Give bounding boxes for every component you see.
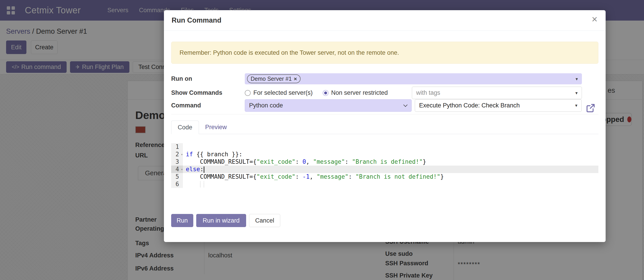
chevron-down-icon bbox=[403, 103, 407, 107]
command-type-select[interactable]: Python code bbox=[245, 99, 412, 112]
radio-selected-icon[interactable] bbox=[323, 90, 328, 96]
server-tag-chip: Demo Server #1 × bbox=[247, 74, 300, 83]
chevron-down-icon: ▾ bbox=[575, 103, 578, 108]
command-row: Command Python code Execute Python Code:… bbox=[171, 102, 598, 114]
tab-preview[interactable]: Preview bbox=[199, 120, 233, 134]
code-editor[interactable]: 12▾if {{ branch }}:3 COMMAND_RESULT={"ex… bbox=[171, 143, 598, 188]
line-number: 6 bbox=[171, 181, 183, 188]
radio-unselected-icon[interactable] bbox=[245, 90, 251, 96]
editor-line: 4▾else: bbox=[171, 166, 598, 173]
editor-tabs: Code Preview bbox=[171, 120, 598, 134]
line-number: 2▾ bbox=[171, 151, 183, 158]
code-line[interactable]: else: bbox=[183, 166, 598, 173]
run-in-wizard-button[interactable]: Run in wizard bbox=[196, 214, 246, 227]
dialog-body: Remember: Python code is executed on the… bbox=[164, 42, 606, 227]
run-button[interactable]: Run bbox=[171, 214, 193, 227]
dialog-header: Run Command × bbox=[164, 10, 606, 31]
run-on-label: Run on bbox=[171, 75, 245, 82]
show-commands-row: Show Commands For selected server(s) Non… bbox=[171, 87, 598, 99]
external-link-icon[interactable] bbox=[585, 103, 596, 113]
cancel-button[interactable]: Cancel bbox=[249, 214, 280, 227]
command-select[interactable]: Execute Python Code: Check Branch ▾ bbox=[415, 99, 582, 112]
editor-line: 5 COMMAND_RESULT={"exit_code": -1, "mess… bbox=[171, 173, 598, 181]
show-commands-label: Show Commands bbox=[171, 89, 245, 96]
code-line[interactable]: COMMAND_RESULT={"exit_code": -1, "messag… bbox=[183, 173, 598, 181]
run-command-dialog: Run Command × Remember: Python code is e… bbox=[164, 10, 606, 242]
fold-caret-icon[interactable]: ▾ bbox=[181, 166, 183, 173]
radio-for-selected-servers[interactable]: For selected server(s) bbox=[245, 89, 313, 96]
line-number: 5 bbox=[171, 173, 183, 181]
line-number: 4▾ bbox=[171, 166, 183, 173]
dialog-title: Run Command bbox=[172, 16, 221, 25]
line-number: 3 bbox=[171, 158, 183, 166]
code-line[interactable]: COMMAND_RESULT={"exit_code": 0, "message… bbox=[183, 158, 598, 166]
dialog-footer: Run Run in wizard Cancel bbox=[171, 214, 598, 227]
remove-tag-icon[interactable]: × bbox=[294, 76, 297, 82]
run-command-form: Run on Demo Server #1 × ▾ Show Commands bbox=[171, 73, 598, 114]
warning-alert: Remember: Python code is executed on the… bbox=[171, 42, 598, 64]
text-cursor bbox=[204, 167, 204, 173]
run-on-row: Run on Demo Server #1 × ▾ bbox=[171, 73, 598, 84]
code-line[interactable]: if {{ branch }}: bbox=[183, 151, 598, 158]
with-tags-select[interactable]: with tags ▾ bbox=[412, 87, 582, 99]
editor-line: 1 bbox=[171, 143, 598, 151]
line-number: 1 bbox=[171, 143, 183, 151]
editor-line: 6 bbox=[171, 181, 598, 188]
run-on-multiselect[interactable]: Demo Server #1 × ▾ bbox=[245, 73, 582, 84]
code-line[interactable] bbox=[183, 181, 598, 188]
screen: Cetmix Tower Servers Commands Files Tool… bbox=[0, 0, 644, 280]
chevron-down-icon[interactable]: ▾ bbox=[576, 76, 578, 82]
editor-line: 2▾if {{ branch }}: bbox=[171, 151, 598, 158]
close-icon[interactable]: × bbox=[592, 14, 598, 24]
tab-code[interactable]: Code bbox=[171, 120, 199, 134]
radio-non-server-restricted[interactable]: Non server restricted bbox=[323, 89, 388, 96]
code-line[interactable] bbox=[183, 143, 598, 151]
fold-caret-icon[interactable]: ▾ bbox=[181, 151, 183, 158]
command-label: Command bbox=[171, 102, 245, 109]
chevron-down-icon: ▾ bbox=[575, 90, 578, 96]
editor-line: 3 COMMAND_RESULT={"exit_code": 0, "messa… bbox=[171, 158, 598, 166]
